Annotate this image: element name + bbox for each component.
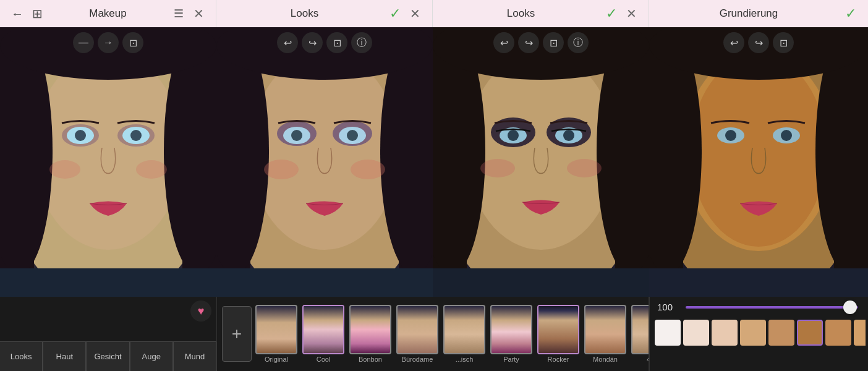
panel-2-check-button[interactable]: ✓ xyxy=(385,4,405,23)
panel-3-title: Looks xyxy=(440,7,602,20)
look-thumb-forties xyxy=(631,305,649,354)
svg-point-41 xyxy=(467,52,615,250)
panel-2-controls: ↩ ↪ ⊡ ⓘ xyxy=(216,32,433,53)
panel-3-check-button[interactable]: ✓ xyxy=(602,4,621,23)
panel-3-header: Looks ✓ ✕ xyxy=(433,0,649,27)
redo-button-4[interactable]: ↪ xyxy=(748,32,769,53)
swatch-1[interactable] xyxy=(683,320,709,346)
look-thumb-cool xyxy=(302,305,344,354)
look-item-bonbon[interactable]: Bonbon xyxy=(348,305,393,363)
tab-looks[interactable]: Looks xyxy=(0,341,43,371)
foundation-swatches xyxy=(650,317,866,348)
panel-3-close-button[interactable]: ✕ xyxy=(621,4,641,23)
doc-icon-button[interactable]: ☰ xyxy=(169,4,189,23)
svg-point-56 xyxy=(567,159,602,177)
crop-button-3[interactable]: ⊡ xyxy=(543,32,564,53)
add-look-button[interactable]: + xyxy=(222,306,252,362)
look-thumb-party xyxy=(490,305,532,354)
redo-button-3[interactable]: ↪ xyxy=(518,32,539,53)
swatch-2[interactable] xyxy=(712,320,738,346)
panel-1-close-button[interactable]: ✕ xyxy=(189,4,208,23)
panel-2-title: Looks xyxy=(224,7,385,20)
swatch-blank[interactable] xyxy=(655,320,681,346)
opacity-slider-track[interactable] xyxy=(686,306,858,309)
opacity-slider-row: 100 xyxy=(650,297,866,317)
tab-haut[interactable]: Haut xyxy=(43,341,86,371)
look-label-frisch: ...isch xyxy=(456,356,474,363)
svg-point-9 xyxy=(130,130,142,141)
looks-scroll-area: + Original Cool Bonbon xyxy=(217,297,649,371)
panel-1-header: ← ⊞ Makeup ☰ ✕ xyxy=(0,0,216,27)
svg-point-55 xyxy=(480,159,515,177)
swatch-6[interactable] xyxy=(825,320,851,346)
opacity-slider-thumb[interactable] xyxy=(843,301,857,314)
tab-auge[interactable]: Auge xyxy=(130,341,173,371)
crop-button-1[interactable]: ⊡ xyxy=(122,32,143,53)
tab-mund[interactable]: Mund xyxy=(173,341,216,371)
forward-button[interactable]: → xyxy=(98,32,119,53)
heart-button[interactable]: ♥ xyxy=(190,301,211,322)
image-panel-3: ↩ ↪ ⊡ ⓘ xyxy=(433,27,649,297)
panel-1-controls: — → ⊡ xyxy=(0,32,216,53)
svg-point-27 xyxy=(291,130,302,141)
panel-3-controls: ↩ ↪ ⊡ ⓘ xyxy=(433,32,649,53)
redo-button-2[interactable]: ↪ xyxy=(302,32,323,53)
svg-point-36 xyxy=(264,160,299,179)
grid-icon-button[interactable]: ⊞ xyxy=(27,4,47,23)
look-label-mondan: Mondän xyxy=(593,356,618,363)
svg-point-18 xyxy=(136,160,167,179)
undo-button-4[interactable]: ↩ xyxy=(723,32,744,53)
image-panel-4: ↩ ↪ ⊡ xyxy=(649,27,868,297)
look-item-original[interactable]: Original xyxy=(254,305,299,363)
look-thumb-frisch xyxy=(443,305,485,354)
look-item-frisch[interactable]: ...isch xyxy=(442,305,487,363)
panel-4-title: Grundierung xyxy=(657,7,841,20)
crop-button-2[interactable]: ⊡ xyxy=(326,32,347,53)
image-panel-1: — → ⊡ xyxy=(0,27,216,297)
panel-1-title: Makeup xyxy=(47,7,169,20)
main-content: — → ⊡ xyxy=(0,27,868,297)
panel-4-header: Grundierung ✓ xyxy=(649,0,868,27)
swatch-4[interactable] xyxy=(768,320,794,346)
look-label-cool: Cool xyxy=(317,356,331,363)
undo-button-2[interactable]: ↩ xyxy=(277,32,298,53)
swatch-7[interactable] xyxy=(854,320,866,346)
look-item-forties[interactable]: 40s xyxy=(630,305,649,363)
svg-point-3 xyxy=(34,52,182,250)
svg-point-22 xyxy=(250,52,399,250)
look-label-forties: 40s xyxy=(647,356,649,363)
undo-button-3[interactable]: ↩ xyxy=(493,32,514,53)
svg-rect-72 xyxy=(649,268,868,297)
look-item-party[interactable]: Party xyxy=(489,305,534,363)
back-button[interactable]: ← xyxy=(7,4,27,23)
face-image-2 xyxy=(216,27,433,297)
look-thumb-bonbon xyxy=(349,305,391,354)
info-button-3[interactable]: ⓘ xyxy=(568,32,589,53)
svg-rect-16 xyxy=(0,268,216,297)
svg-point-37 xyxy=(351,160,385,179)
swatch-5-selected[interactable] xyxy=(797,320,823,346)
svg-point-61 xyxy=(691,55,827,247)
look-item-rocker[interactable]: Rocker xyxy=(536,305,581,363)
foundation-controls: 100 xyxy=(649,297,866,371)
look-label-rocker: Rocker xyxy=(548,356,569,363)
tab-gesicht[interactable]: Gesicht xyxy=(86,341,129,371)
look-item-cool[interactable]: Cool xyxy=(301,305,346,363)
look-label-party: Party xyxy=(503,356,519,363)
crop-button-4[interactable]: ⊡ xyxy=(773,32,794,53)
minus-button[interactable]: — xyxy=(73,32,94,53)
svg-point-17 xyxy=(49,160,80,179)
panel-2-close-button[interactable]: ✕ xyxy=(405,4,425,23)
look-item-burodame[interactable]: Bürodame xyxy=(395,305,440,363)
svg-point-65 xyxy=(781,130,792,141)
slider-value-label: 100 xyxy=(657,302,679,312)
swatch-3[interactable] xyxy=(740,320,766,346)
look-label-original: Original xyxy=(265,356,288,363)
image-panel-2: ↩ ↪ ⊡ ⓘ xyxy=(216,27,433,297)
look-item-mondan[interactable]: Mondän xyxy=(583,305,628,363)
svg-point-47 xyxy=(563,130,574,141)
look-label-burodame: Bürodame xyxy=(402,356,433,363)
panel-4-check-button[interactable]: ✓ xyxy=(841,4,861,23)
face-image-1 xyxy=(0,27,216,297)
info-button-2[interactable]: ⓘ xyxy=(351,32,372,53)
